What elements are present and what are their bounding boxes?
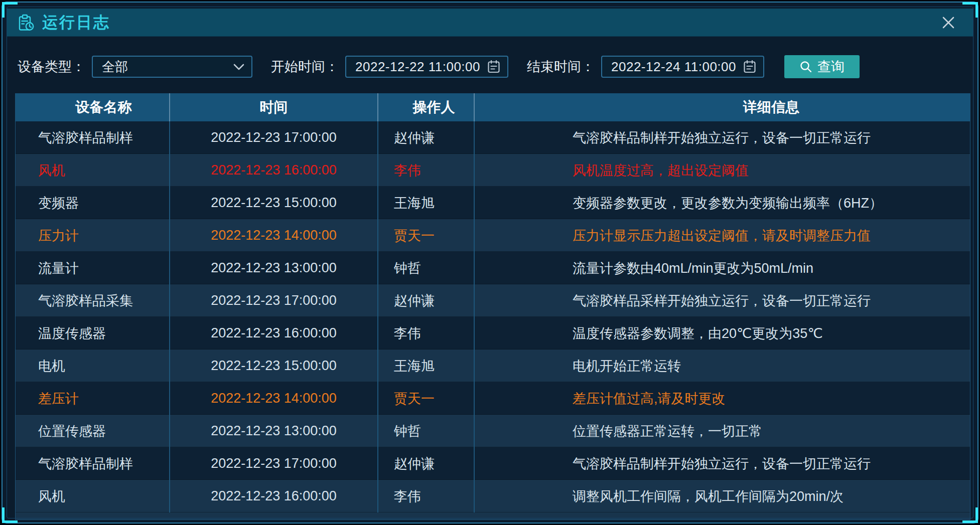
cell-operator: 赵仲谦 <box>378 284 475 317</box>
column-header: 详细信息 <box>475 93 970 121</box>
table-row: 电机2022-12-23 15:00:00王海旭电机开始正常运转 <box>16 349 970 382</box>
cell-time: 2022-12-23 15:00:00 <box>170 187 378 219</box>
cell-device: 差压计 <box>16 382 170 415</box>
start-time-label: 开始时间： <box>271 58 339 76</box>
cell-device: 气溶胶样品制样 <box>16 121 170 154</box>
cell-device: 流量计 <box>16 252 170 284</box>
cell-time: 2022-12-23 17:00:00 <box>170 121 378 154</box>
table-row-partial <box>16 512 970 519</box>
table-row: 变频器2022-12-23 15:00:00王海旭变频器参数更改，更改参数为变频… <box>16 187 970 219</box>
cell-device: 气溶胶样品采集 <box>16 284 170 317</box>
log-clipboard-clock-icon <box>17 14 35 32</box>
column-header: 操作人 <box>378 93 475 121</box>
device-type-select[interactable]: 全部 <box>92 56 252 78</box>
corner-bracket-bottom-right <box>962 507 978 523</box>
end-time-label: 结束时间： <box>527 58 595 76</box>
cell-operator: 赵仲谦 <box>378 121 475 154</box>
cell-operator: 李伟 <box>378 154 475 187</box>
cell-device: 风机 <box>16 154 170 187</box>
titlebar: 运行日志 <box>7 9 973 37</box>
start-time-value: 2022-12-22 11:00:00 <box>355 59 483 75</box>
table-row: 气溶胶样品制样2022-12-23 17:00:00赵仲谦气溶胶样品制样开始独立… <box>16 121 970 154</box>
cell-detail: 气溶胶样品制样开始独立运行，设备一切正常运行 <box>475 447 970 480</box>
cell-device: 位置传感器 <box>16 415 170 447</box>
column-header: 时间 <box>170 93 378 121</box>
filter-bar: 设备类型： 全部 开始时间： 2022-12-22 11:00:00 结束时间：… <box>18 55 967 79</box>
end-time-input[interactable]: 2022-12-24 11:00:00 <box>601 56 764 78</box>
cell-detail: 变频器参数更改，更改参数为变频输出频率（6HZ） <box>475 187 970 219</box>
table-row: 风机2022-12-23 16:00:00李伟调整风机工作间隔，风机工作间隔为2… <box>16 480 970 512</box>
chevron-down-icon <box>233 64 244 70</box>
calendar-icon[interactable] <box>743 60 756 74</box>
cell-time: 2022-12-23 13:00:00 <box>170 415 378 447</box>
end-time-value: 2022-12-24 11:00:00 <box>611 59 739 75</box>
cell-operator: 钟哲 <box>378 415 475 447</box>
cell-detail: 气溶胶样品采样开始独立运行，设备一切正常运行 <box>475 284 970 317</box>
cell-time: 2022-12-23 16:00:00 <box>170 480 378 512</box>
close-button[interactable] <box>940 14 957 31</box>
cell-time: 2022-12-23 14:00:00 <box>170 219 378 252</box>
cell-device: 气溶胶样品制样 <box>16 447 170 480</box>
cell-time: 2022-12-23 16:00:00 <box>170 317 378 349</box>
run-log-dialog: 运行日志 设备类型： 全部 开始时间： 2022-12-22 11:00:00 <box>2 2 978 523</box>
cell-device: 风机 <box>16 480 170 512</box>
search-icon <box>799 60 812 73</box>
cell-time: 2022-12-23 16:00:00 <box>170 154 378 187</box>
cell-operator: 王海旭 <box>378 187 475 219</box>
cell-time: 2022-12-23 15:00:00 <box>170 349 378 382</box>
cell-detail: 电机开始正常运转 <box>475 349 970 382</box>
table-row: 流量计2022-12-23 13:00:00钟哲流量计参数由40mL/min更改… <box>16 252 970 284</box>
log-table: 设备名称时间操作人详细信息 气溶胶样品制样2022-12-23 17:00:00… <box>15 93 970 520</box>
table-row: 气溶胶样品制样2022-12-23 17:00:00赵仲谦气溶胶样品制样开始独立… <box>16 447 970 480</box>
close-icon <box>941 15 956 30</box>
cell-operator: 王海旭 <box>378 349 475 382</box>
cell-device: 变频器 <box>16 187 170 219</box>
table-row: 压力计2022-12-23 14:00:00贾天一压力计显示压力超出设定阈值，请… <box>16 219 970 252</box>
cell-detail: 温度传感器参数调整，由20℃更改为35℃ <box>475 317 970 349</box>
cell-operator: 李伟 <box>378 480 475 512</box>
page-title: 运行日志 <box>42 12 110 33</box>
cell-detail: 气溶胶样品制样开始独立运行，设备一切正常运行 <box>475 121 970 154</box>
table-body: 气溶胶样品制样2022-12-23 17:00:00赵仲谦气溶胶样品制样开始独立… <box>16 121 970 512</box>
query-button-label: 查询 <box>817 58 845 76</box>
cell-operator: 赵仲谦 <box>378 447 475 480</box>
table-row: 差压计2022-12-23 14:00:00贾天一差压计值过高,请及时更改 <box>16 382 970 415</box>
table-row: 位置传感器2022-12-23 13:00:00钟哲位置传感器正常运转，一切正常 <box>16 415 970 447</box>
cell-device: 温度传感器 <box>16 317 170 349</box>
cell-detail: 差压计值过高,请及时更改 <box>475 382 970 415</box>
cell-detail: 调整风机工作间隔，风机工作间隔为20min/次 <box>475 480 970 512</box>
table-row: 气溶胶样品采集2022-12-23 17:00:00赵仲谦气溶胶样品采样开始独立… <box>16 284 970 317</box>
cell-operator: 贾天一 <box>378 219 475 252</box>
cell-time: 2022-12-23 13:00:00 <box>170 252 378 284</box>
cell-operator: 贾天一 <box>378 382 475 415</box>
query-button[interactable]: 查询 <box>784 55 860 78</box>
cell-device: 电机 <box>16 349 170 382</box>
cell-time: 2022-12-23 17:00:00 <box>170 284 378 317</box>
cell-detail: 位置传感器正常运转，一切正常 <box>475 415 970 447</box>
cell-device: 压力计 <box>16 219 170 252</box>
table-header: 设备名称时间操作人详细信息 <box>16 93 970 121</box>
corner-bracket-top-left <box>2 2 18 18</box>
corner-bracket-bottom-left <box>2 507 18 523</box>
cell-detail: 流量计参数由40mL/min更改为50mL/min <box>475 252 970 284</box>
corner-bracket-top-right <box>962 2 978 18</box>
table-row: 风机2022-12-23 16:00:00李伟风机温度过高，超出设定阈值 <box>16 154 970 187</box>
device-type-label: 设备类型： <box>18 58 85 76</box>
cell-time: 2022-12-23 17:00:00 <box>170 447 378 480</box>
column-header: 设备名称 <box>16 93 170 121</box>
calendar-icon[interactable] <box>487 60 500 74</box>
start-time-input[interactable]: 2022-12-22 11:00:00 <box>345 56 508 78</box>
cell-operator: 李伟 <box>378 317 475 349</box>
cell-detail: 风机温度过高，超出设定阈值 <box>475 154 970 187</box>
cell-operator: 钟哲 <box>378 252 475 284</box>
table-row: 温度传感器2022-12-23 16:00:00李伟温度传感器参数调整，由20℃… <box>16 317 970 349</box>
device-type-value: 全部 <box>102 58 229 76</box>
cell-time: 2022-12-23 14:00:00 <box>170 382 378 415</box>
cell-detail: 压力计显示压力超出设定阈值，请及时调整压力值 <box>475 219 970 252</box>
